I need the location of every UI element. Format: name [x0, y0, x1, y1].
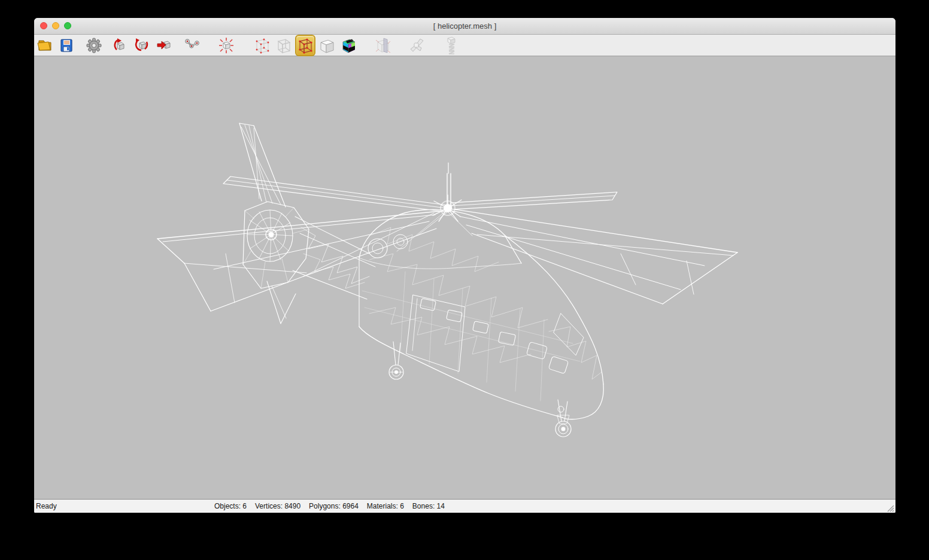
- rotate-horizontal-button[interactable]: [131, 35, 153, 56]
- bone-hierarchy-button[interactable]: [441, 35, 462, 56]
- folder-open-icon: [37, 38, 53, 53]
- section-plane-cube-icon: [374, 36, 392, 54]
- status-message: Ready: [36, 502, 57, 510]
- gear-icon: [86, 38, 102, 53]
- rotate-horizontal-icon: [134, 38, 150, 53]
- rotate-vertical-icon: [112, 38, 127, 53]
- wireframe-cube-icon: [275, 36, 292, 54]
- draw-points-button[interactable]: [251, 35, 273, 56]
- animate-button[interactable]: [406, 35, 427, 56]
- joint-chain-icon: [184, 38, 201, 53]
- stat-materials: Materials: 6: [367, 502, 404, 510]
- stat-bones: Bones: 14: [412, 502, 445, 510]
- title-bar: [ helicopter.mesh ]: [34, 18, 895, 35]
- rotor-fan-icon: [408, 37, 425, 54]
- preferences-button[interactable]: [83, 35, 105, 56]
- points-cube-icon: [254, 36, 271, 54]
- stat-objects: Objects: 6: [214, 502, 247, 510]
- stat-vertices: Vertices: 8490: [255, 502, 300, 510]
- draw-wire-vertices-button[interactable]: [295, 35, 315, 56]
- light-button[interactable]: [215, 35, 237, 56]
- red-arrow-cube-icon: [156, 38, 172, 53]
- open-file-button[interactable]: [34, 35, 56, 56]
- textured-cube-icon: [340, 37, 357, 54]
- mesh-stats: Objects: 6 Vertices: 8490 Polygons: 6964…: [214, 502, 445, 510]
- draw-textured-button[interactable]: [338, 35, 359, 56]
- rotate-vertical-button[interactable]: [109, 35, 130, 56]
- bone-list-icon: [444, 36, 459, 54]
- stat-polygons: Polygons: 6964: [309, 502, 359, 510]
- resize-grip[interactable]: [886, 504, 894, 512]
- draw-solid-button[interactable]: [316, 35, 338, 56]
- cube-light-rays-icon: [218, 37, 235, 54]
- wireframe-vertices-cube-icon: [297, 36, 314, 54]
- window-title: [ helicopter.mesh ]: [34, 18, 895, 34]
- helicopter-wireframe-mesh: [34, 56, 895, 499]
- app-window: [ helicopter.mesh ]: [34, 18, 895, 513]
- viewport-3d[interactable]: [34, 56, 895, 499]
- status-bar: Ready Objects: 6 Vertices: 8490 Polygons…: [34, 499, 895, 513]
- solid-cube-icon: [318, 37, 335, 54]
- save-file-button[interactable]: [56, 35, 77, 56]
- draw-wireframe-button[interactable]: [273, 35, 295, 56]
- joints-button[interactable]: [181, 35, 203, 56]
- floppy-disk-icon: [59, 38, 74, 53]
- toolbar: [34, 35, 895, 56]
- projection-plane-button[interactable]: [372, 35, 394, 56]
- translate-button[interactable]: [153, 35, 175, 56]
